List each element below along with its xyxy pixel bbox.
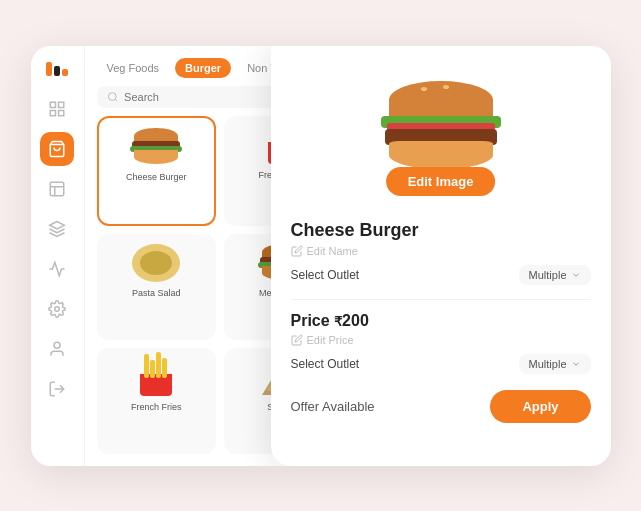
sidebar-item-grid[interactable]	[40, 92, 74, 126]
item-title: Cheese Burger	[291, 220, 591, 241]
food-name: French Fries	[131, 402, 182, 412]
edit-name-icon	[291, 245, 303, 257]
outlet-select-1[interactable]: Multiple	[519, 265, 591, 285]
sidebar-item-layers[interactable]	[40, 212, 74, 246]
price-title: Price ₹200	[291, 312, 591, 330]
food-card-cheese-burger[interactable]: Cheese Burger	[97, 116, 217, 226]
svg-point-8	[54, 342, 60, 348]
apply-button[interactable]: Apply	[490, 390, 590, 423]
select-outlet-2-label: Select Outlet	[291, 357, 360, 371]
main-card: Veg Foods Burger Non Veg Starters Pizza …	[31, 46, 611, 466]
sidebar-item-user[interactable]	[40, 332, 74, 366]
panel-body: Cheese Burger Edit Name Select Outlet Mu…	[271, 206, 611, 466]
item-detail-panel: Edit Image Cheese Burger Edit Name Selec…	[271, 46, 611, 466]
svg-rect-5	[50, 182, 64, 196]
tab-burger[interactable]: Burger	[175, 58, 231, 78]
divider	[291, 299, 591, 300]
edit-price-label: Edit Price	[307, 334, 354, 346]
sidebar-item-settings[interactable]	[40, 292, 74, 326]
logo-bar-left	[46, 62, 52, 76]
food-image	[128, 242, 184, 284]
food-name: Pasta Salad	[132, 288, 181, 298]
outlet-select-2[interactable]: Multiple	[519, 354, 591, 374]
svg-rect-3	[59, 110, 64, 115]
food-image	[128, 126, 184, 168]
svg-point-7	[55, 306, 60, 311]
food-image	[128, 356, 184, 398]
chevron-down-icon	[571, 270, 581, 280]
edit-price-row[interactable]: Edit Price	[291, 334, 591, 346]
edit-name-label: Edit Name	[307, 245, 358, 257]
sidebar-item-logout[interactable]	[40, 372, 74, 406]
svg-point-10	[108, 92, 116, 100]
price-value: 200	[342, 312, 369, 329]
svg-marker-6	[50, 221, 65, 229]
outlet-row-1: Select Outlet Multiple	[291, 265, 591, 285]
logo	[46, 62, 68, 76]
currency-symbol: ₹	[334, 314, 342, 329]
food-card-pasta-salad[interactable]: Pasta Salad	[97, 234, 217, 340]
sidebar	[31, 46, 85, 466]
food-card-french-fries-2[interactable]: French Fries	[97, 348, 217, 454]
sidebar-item-activity[interactable]	[40, 252, 74, 286]
logo-bar-mid	[54, 66, 60, 76]
item-hero-image: Edit Image	[271, 46, 611, 206]
logo-icon	[46, 62, 68, 76]
offer-available-label: Offer Available	[291, 399, 375, 414]
svg-rect-1	[59, 102, 64, 107]
sidebar-item-chart[interactable]	[40, 172, 74, 206]
outlet-value-2: Multiple	[529, 358, 567, 370]
edit-image-button[interactable]: Edit Image	[386, 167, 496, 196]
search-icon	[107, 91, 119, 103]
edit-price-icon	[291, 334, 303, 346]
price-label: Price	[291, 312, 335, 329]
outlet-value-1: Multiple	[529, 269, 567, 281]
svg-line-11	[115, 99, 117, 101]
hero-burger-graphic	[381, 81, 501, 171]
tab-veg-foods[interactable]: Veg Foods	[97, 58, 170, 78]
chevron-down-icon-2	[571, 359, 581, 369]
food-name: Cheese Burger	[126, 172, 187, 182]
select-outlet-label: Select Outlet	[291, 268, 360, 282]
svg-rect-2	[50, 110, 55, 115]
svg-rect-0	[50, 102, 55, 107]
logo-bar-right	[62, 69, 68, 76]
outlet-row-2: Select Outlet Multiple	[291, 354, 591, 374]
offer-apply-row: Offer Available Apply	[291, 390, 591, 423]
sidebar-item-bag[interactable]	[40, 132, 74, 166]
edit-name-row[interactable]: Edit Name	[291, 245, 591, 257]
